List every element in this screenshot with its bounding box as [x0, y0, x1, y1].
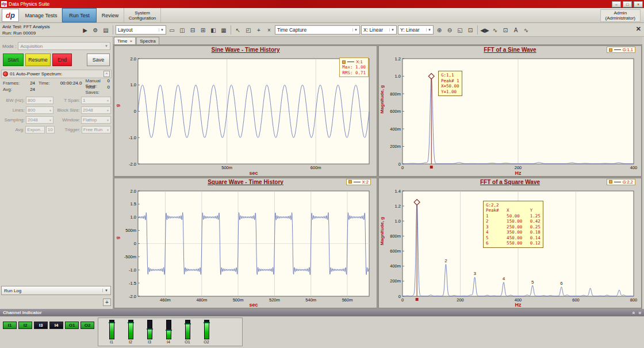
plot-region[interactable]: 500m600m2.01.00-1.0-2.0 [116, 55, 375, 175]
report-icon[interactable]: ▤ [101, 25, 110, 35]
plot-region[interactable]: 02004001.21.0800m600m400m200m0G:1,1 Peak… [381, 55, 639, 175]
field-t-span[interactable]: 1▼ [81, 97, 111, 104]
toolbar: ▶⚙▤Layout▼▭◫⊟⊞◧▦↖◰+×Time Capture▼X: Line… [80, 24, 634, 36]
chevron-down-icon: ▼ [105, 44, 108, 48]
end-button[interactable]: End [52, 53, 72, 66]
channel-button-i4[interactable]: I4 [49, 322, 63, 329]
legend-label: X:1 [356, 59, 362, 64]
meter-bar [166, 320, 171, 339]
plot-canvas[interactable]: 460m480m500m520m540m560m2.01.51.0500m0-5… [116, 187, 375, 308]
pane-left-icon[interactable]: ◧ [209, 25, 218, 35]
chart-panel-square-fft[interactable]: FFT of a Square Wave G:2,2 Magnitude, g … [378, 178, 642, 309]
layout-select[interactable]: Layout▼ [116, 25, 166, 35]
harmonic-cursor-icon[interactable]: ∿ [522, 25, 531, 35]
meter-bar [128, 320, 133, 339]
waveform-cursor-icon[interactable]: ∿ [490, 25, 500, 35]
channel-button-o2[interactable]: O2 [80, 322, 94, 329]
chart-panel-sine-time[interactable]: Sine Wave - Time History X:1 Max: 1.00 R… [114, 45, 377, 177]
save-button[interactable]: Save [87, 53, 110, 66]
field-avg-count[interactable]: 10 [46, 126, 55, 133]
spectrum-spinner[interactable]: ^ [103, 71, 110, 77]
chart-tab-time[interactable]: Time× [114, 37, 136, 44]
close-tab-icon[interactable]: × [129, 39, 132, 44]
field-lines[interactable]: 800▼ [26, 106, 53, 114]
pane-quad-icon[interactable]: ⊞ [198, 25, 208, 35]
svg-text:500m: 500m [125, 228, 136, 233]
chevron-down-icon: ▼ [49, 118, 52, 122]
meter-fill [205, 322, 209, 339]
delete-cursor-icon[interactable]: × [264, 25, 274, 35]
ribbon-tab-review[interactable]: Review [97, 8, 124, 22]
channel-button-i3[interactable]: I3 [34, 322, 48, 329]
y-axis-select[interactable]: Y: Linear▼ [398, 25, 434, 35]
plot-canvas[interactable]: 02004001.21.0800m600m400m200m0 [381, 55, 639, 175]
ribbon-tab-manage-tests[interactable]: Manage Tests [21, 8, 62, 22]
field-avg[interactable]: Expon...▼ [25, 126, 45, 133]
mode-select[interactable]: Acquisition▼ [18, 42, 110, 50]
ribbon-tab-system-configuration[interactable]: System Configuration [124, 8, 161, 22]
plot-region[interactable]: 460m480m500m520m540m560m2.01.51.0500m0-5… [116, 187, 375, 308]
start-button[interactable]: Start [3, 53, 24, 66]
y-axis-label: Magnitude, g [379, 217, 385, 245]
svg-text:2.0: 2.0 [131, 188, 136, 193]
run-log-select[interactable]: Run Log ▼ [1, 286, 111, 295]
pane-single-icon[interactable]: ▭ [167, 25, 177, 35]
svg-text:600m: 600m [390, 248, 401, 254]
meter-label: I2 [129, 340, 132, 344]
x-axis-select[interactable]: X: Linear▼ [361, 25, 397, 35]
zoom-fit-icon[interactable]: ⊡ [466, 25, 475, 35]
charts-grid: Sine Wave - Time History X:1 Max: 1.00 R… [113, 45, 642, 309]
collapse-down-icon[interactable]: » [637, 311, 642, 314]
zoom-box-icon[interactable]: ◰ [244, 25, 253, 35]
channel-indicator-header[interactable]: Channel Indicator « » [0, 309, 644, 316]
zoom-in-icon[interactable]: ⊕ [435, 25, 444, 35]
maximize-icon[interactable]: □ [623, 1, 632, 7]
legend-line-icon [354, 182, 361, 182]
pane-split-vertical-icon[interactable]: ⊟ [188, 25, 197, 35]
add-button[interactable]: + [103, 299, 111, 306]
svg-text:1.0: 1.0 [131, 215, 136, 220]
user-info: Admin (Administrator) [600, 9, 641, 22]
user-role: (Administrator) [605, 16, 635, 21]
meter-label: I4 [167, 340, 170, 344]
field-window[interactable]: Flattop▼ [81, 116, 111, 124]
stat-value: 00:00:24.0 [60, 81, 82, 86]
chart-panel-square-time[interactable]: Square Wave - Time History X:2 g 460m480… [114, 178, 377, 309]
link-cursors-icon[interactable]: ⊡ [501, 25, 510, 35]
zoom-window-icon[interactable]: ◱ [455, 25, 465, 35]
close-icon[interactable]: × [634, 1, 643, 7]
run-icon[interactable]: ▶ [80, 25, 90, 35]
pane-split-horizontal-icon[interactable]: ◫ [178, 25, 187, 35]
field-sampling[interactable]: 2048▼ [26, 116, 53, 124]
field-block-size[interactable]: 2048▼ [81, 106, 111, 114]
channel-button-i2[interactable]: I2 [18, 322, 32, 329]
capture-select[interactable]: Time Capture▼ [275, 25, 360, 35]
plot-region[interactable]: 02004006008001.41.21.0800m600m400m200m02… [381, 187, 639, 308]
minimize-icon[interactable]: – [612, 1, 621, 7]
spectrum-row[interactable]: 01 Auto-Power Spectrum: ^ [1, 70, 112, 78]
plot-canvas[interactable]: 500m600m2.01.00-1.0-2.0 [116, 55, 375, 175]
chart-panel-sine-fft[interactable]: FFT of a Sine Wave G:1,1 Magnitude, g 02… [378, 45, 642, 177]
gear-icon[interactable]: ⚙ [91, 25, 100, 35]
svg-text:800m: 800m [390, 91, 401, 97]
pointer-icon[interactable]: ↖ [233, 25, 243, 35]
chart-tab-spectra[interactable]: Spectra [136, 37, 159, 44]
channel-button-o1[interactable]: O1 [65, 322, 79, 329]
pan-horizontal-icon[interactable]: ◀▶ [480, 25, 489, 35]
ribbon: dp Manage TestsRun TestReviewSystem Conf… [0, 8, 644, 23]
field-trigger[interactable]: Free Run▼ [82, 126, 111, 133]
field-bw-hz[interactable]: 800▼ [26, 97, 53, 104]
svg-text:1.0: 1.0 [131, 82, 136, 87]
collapse-up-icon[interactable]: « [630, 311, 636, 314]
ribbon-tab-run-test[interactable]: Run Test [62, 8, 97, 22]
toolbar-close-icon[interactable]: ✕ [636, 26, 641, 32]
pane-grid-icon[interactable]: ▦ [219, 25, 228, 35]
zoom-out-icon[interactable]: ⊖ [445, 25, 454, 35]
text-annotation-icon[interactable]: A [511, 25, 520, 35]
resume-button[interactable]: Resume [25, 53, 51, 66]
cursor-tool-icon[interactable]: + [254, 25, 263, 35]
svg-text:-1.0: -1.0 [129, 135, 136, 140]
meter-label: I3 [148, 340, 151, 344]
channel-button-i1[interactable]: I1 [3, 322, 17, 329]
meter-bar [109, 320, 114, 339]
